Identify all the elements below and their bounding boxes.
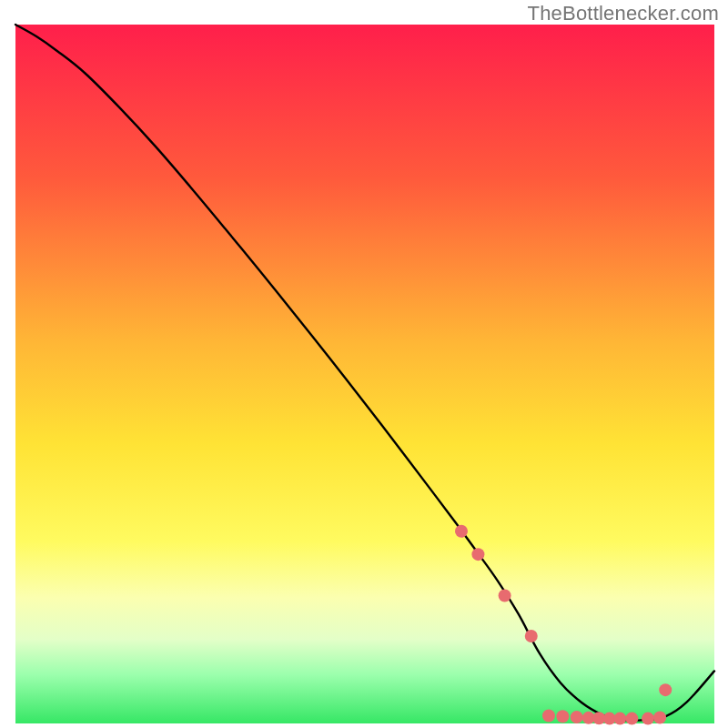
chart-svg	[15, 25, 714, 723]
marker-dot	[571, 711, 583, 723]
marker-dot	[455, 525, 468, 538]
marker-dot	[556, 710, 569, 723]
marker-group	[455, 525, 672, 725]
marker-dot	[625, 713, 638, 725]
curve-line	[15, 25, 714, 721]
marker-dot	[471, 548, 484, 561]
marker-dot	[613, 713, 626, 725]
marker-dot	[525, 630, 538, 642]
marker-dot	[653, 711, 666, 723]
marker-dot	[659, 683, 672, 696]
marker-dot	[542, 710, 555, 723]
marker-dot	[642, 713, 654, 725]
attribution-text: TheBottlenecker.com	[528, 2, 719, 25]
chart-canvas: { "attribution": "TheBottlenecker.com", …	[0, 0, 728, 728]
marker-dot	[499, 589, 511, 602]
